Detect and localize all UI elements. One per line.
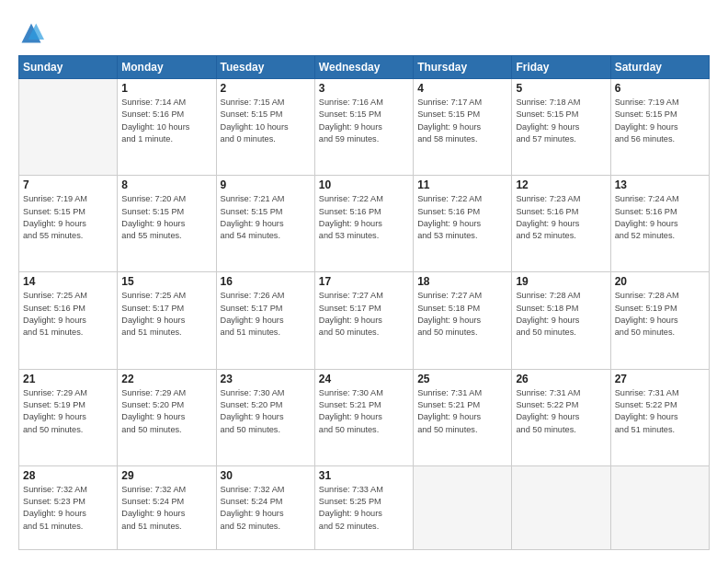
week-row-1: 1Sunrise: 7:14 AMSunset: 5:16 PMDaylight… [19, 79, 710, 176]
calendar-cell: 13Sunrise: 7:24 AMSunset: 5:16 PMDayligh… [610, 176, 709, 272]
day-number: 22 [121, 373, 211, 385]
day-info: Sunrise: 7:28 AMSunset: 5:19 PMDaylight:… [615, 290, 705, 339]
day-info: Sunrise: 7:31 AMSunset: 5:22 PMDaylight:… [615, 387, 705, 436]
logo-icon [18, 20, 44, 46]
calendar-cell: 4Sunrise: 7:17 AMSunset: 5:15 PMDaylight… [414, 79, 512, 176]
calendar-cell: 24Sunrise: 7:30 AMSunset: 5:21 PMDayligh… [314, 369, 413, 465]
week-row-5: 28Sunrise: 7:32 AMSunset: 5:23 PMDayligh… [19, 465, 710, 549]
calendar-cell: 6Sunrise: 7:19 AMSunset: 5:15 PMDaylight… [610, 79, 709, 176]
weekday-header-friday: Friday [512, 56, 610, 79]
calendar-cell: 25Sunrise: 7:31 AMSunset: 5:21 PMDayligh… [414, 369, 512, 465]
calendar-cell: 15Sunrise: 7:25 AMSunset: 5:17 PMDayligh… [118, 272, 216, 369]
day-info: Sunrise: 7:30 AMSunset: 5:21 PMDaylight:… [319, 387, 409, 436]
day-info: Sunrise: 7:28 AMSunset: 5:18 PMDaylight:… [516, 290, 606, 339]
day-info: Sunrise: 7:29 AMSunset: 5:20 PMDaylight:… [121, 387, 211, 436]
day-number: 11 [417, 178, 507, 191]
day-info: Sunrise: 7:20 AMSunset: 5:15 PMDaylight:… [121, 193, 211, 242]
calendar-cell [610, 465, 709, 549]
calendar-cell: 30Sunrise: 7:32 AMSunset: 5:24 PMDayligh… [216, 465, 314, 549]
calendar-cell: 3Sunrise: 7:16 AMSunset: 5:15 PMDaylight… [314, 79, 413, 176]
calendar-cell: 12Sunrise: 7:23 AMSunset: 5:16 PMDayligh… [512, 176, 610, 272]
day-info: Sunrise: 7:15 AMSunset: 5:15 PMDaylight:… [221, 97, 311, 145]
day-number: 20 [615, 275, 705, 288]
weekday-header-monday: Monday [118, 56, 216, 79]
day-number: 4 [417, 82, 507, 95]
day-info: Sunrise: 7:16 AMSunset: 5:15 PMDaylight:… [319, 97, 409, 145]
calendar-cell: 10Sunrise: 7:22 AMSunset: 5:16 PMDayligh… [314, 176, 413, 272]
day-info: Sunrise: 7:25 AMSunset: 5:16 PMDaylight:… [23, 290, 113, 339]
day-info: Sunrise: 7:22 AMSunset: 5:16 PMDaylight:… [417, 193, 507, 242]
calendar-cell: 9Sunrise: 7:21 AMSunset: 5:15 PMDaylight… [216, 176, 314, 272]
weekday-header-wednesday: Wednesday [314, 56, 413, 79]
day-number: 27 [615, 373, 705, 385]
day-number: 6 [615, 82, 705, 95]
calendar-cell: 27Sunrise: 7:31 AMSunset: 5:22 PMDayligh… [610, 369, 709, 465]
calendar-table: SundayMondayTuesdayWednesdayThursdayFrid… [18, 55, 710, 550]
week-row-3: 14Sunrise: 7:25 AMSunset: 5:16 PMDayligh… [19, 272, 710, 369]
calendar-cell: 2Sunrise: 7:15 AMSunset: 5:15 PMDaylight… [216, 79, 314, 176]
weekday-header-saturday: Saturday [610, 56, 709, 79]
day-number: 14 [23, 275, 113, 288]
day-info: Sunrise: 7:14 AMSunset: 5:16 PMDaylight:… [121, 97, 211, 145]
day-info: Sunrise: 7:22 AMSunset: 5:16 PMDaylight:… [319, 193, 409, 242]
day-number: 2 [221, 82, 311, 95]
day-info: Sunrise: 7:27 AMSunset: 5:17 PMDaylight:… [319, 290, 409, 339]
day-info: Sunrise: 7:32 AMSunset: 5:24 PMDaylight:… [221, 484, 311, 533]
day-number: 12 [516, 178, 606, 191]
day-number: 18 [417, 275, 507, 288]
calendar-cell: 8Sunrise: 7:20 AMSunset: 5:15 PMDaylight… [118, 176, 216, 272]
day-info: Sunrise: 7:25 AMSunset: 5:17 PMDaylight:… [121, 290, 211, 339]
calendar-cell: 5Sunrise: 7:18 AMSunset: 5:15 PMDaylight… [512, 79, 610, 176]
day-info: Sunrise: 7:23 AMSunset: 5:16 PMDaylight:… [516, 193, 606, 242]
calendar-cell: 29Sunrise: 7:32 AMSunset: 5:24 PMDayligh… [118, 465, 216, 549]
day-info: Sunrise: 7:17 AMSunset: 5:15 PMDaylight:… [417, 97, 507, 145]
day-info: Sunrise: 7:33 AMSunset: 5:25 PMDaylight:… [319, 484, 409, 533]
day-number: 30 [221, 469, 311, 482]
day-number: 7 [23, 178, 113, 191]
calendar-cell: 18Sunrise: 7:27 AMSunset: 5:18 PMDayligh… [414, 272, 512, 369]
day-number: 16 [221, 275, 311, 288]
day-number: 21 [23, 373, 113, 385]
day-info: Sunrise: 7:29 AMSunset: 5:19 PMDaylight:… [23, 387, 113, 436]
week-row-4: 21Sunrise: 7:29 AMSunset: 5:19 PMDayligh… [19, 369, 710, 465]
calendar-cell: 23Sunrise: 7:30 AMSunset: 5:20 PMDayligh… [216, 369, 314, 465]
weekday-header-thursday: Thursday [414, 56, 512, 79]
weekday-header-tuesday: Tuesday [216, 56, 314, 79]
day-number: 5 [516, 82, 606, 95]
weekday-header-sunday: Sunday [19, 56, 118, 79]
day-info: Sunrise: 7:19 AMSunset: 5:15 PMDaylight:… [615, 97, 705, 145]
day-info: Sunrise: 7:31 AMSunset: 5:22 PMDaylight:… [516, 387, 606, 436]
day-number: 15 [121, 275, 211, 288]
calendar-cell: 7Sunrise: 7:19 AMSunset: 5:15 PMDaylight… [19, 176, 118, 272]
day-info: Sunrise: 7:31 AMSunset: 5:21 PMDaylight:… [417, 387, 507, 436]
calendar-cell: 16Sunrise: 7:26 AMSunset: 5:17 PMDayligh… [216, 272, 314, 369]
day-number: 28 [23, 469, 113, 482]
day-number: 8 [121, 178, 211, 191]
calendar-cell: 20Sunrise: 7:28 AMSunset: 5:19 PMDayligh… [610, 272, 709, 369]
calendar-cell: 1Sunrise: 7:14 AMSunset: 5:16 PMDaylight… [118, 79, 216, 176]
calendar-cell: 28Sunrise: 7:32 AMSunset: 5:23 PMDayligh… [19, 465, 118, 549]
calendar-cell [512, 465, 610, 549]
logo [18, 20, 46, 46]
day-number: 19 [516, 275, 606, 288]
day-info: Sunrise: 7:32 AMSunset: 5:23 PMDaylight:… [23, 484, 113, 533]
day-number: 24 [319, 373, 409, 385]
day-info: Sunrise: 7:21 AMSunset: 5:15 PMDaylight:… [221, 193, 311, 242]
calendar-cell [19, 79, 118, 176]
day-number: 9 [221, 178, 311, 191]
weekday-header-row: SundayMondayTuesdayWednesdayThursdayFrid… [19, 56, 710, 79]
day-info: Sunrise: 7:26 AMSunset: 5:17 PMDaylight:… [221, 290, 311, 339]
day-number: 13 [615, 178, 705, 191]
day-number: 26 [516, 373, 606, 385]
calendar-cell: 21Sunrise: 7:29 AMSunset: 5:19 PMDayligh… [19, 369, 118, 465]
day-number: 10 [319, 178, 409, 191]
calendar-cell: 14Sunrise: 7:25 AMSunset: 5:16 PMDayligh… [19, 272, 118, 369]
day-number: 29 [121, 469, 211, 482]
day-info: Sunrise: 7:24 AMSunset: 5:16 PMDaylight:… [615, 193, 705, 242]
day-number: 31 [319, 469, 409, 482]
calendar-cell: 22Sunrise: 7:29 AMSunset: 5:20 PMDayligh… [118, 369, 216, 465]
day-info: Sunrise: 7:32 AMSunset: 5:24 PMDaylight:… [121, 484, 211, 533]
week-row-2: 7Sunrise: 7:19 AMSunset: 5:15 PMDaylight… [19, 176, 710, 272]
header [18, 17, 710, 46]
calendar-cell: 31Sunrise: 7:33 AMSunset: 5:25 PMDayligh… [314, 465, 413, 549]
